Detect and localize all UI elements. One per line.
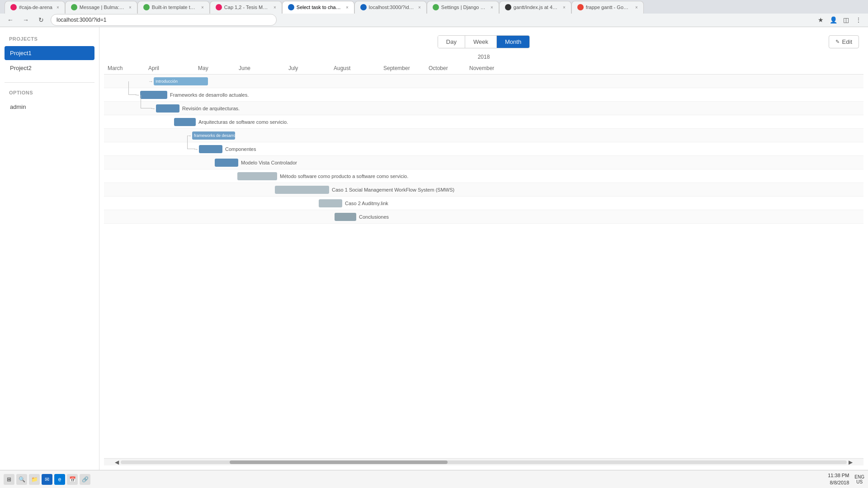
task-bar-9[interactable] xyxy=(319,199,342,207)
tab-7[interactable]: gantt/index.js at 4b118...× xyxy=(499,1,571,14)
week-view-button[interactable]: Week xyxy=(465,36,497,48)
scroll-left-arrow[interactable]: ◀ xyxy=(113,459,121,465)
extensions-icon[interactable]: ◫ xyxy=(841,15,851,25)
tab-3[interactable]: Cap 1,2 - Tesis Metodo...× xyxy=(210,1,282,14)
month-april: April xyxy=(145,65,194,71)
tab-label-8: frappe gantt - Google S... xyxy=(586,5,631,10)
task-label-8: Caso 1 Social Management WorkFlow System… xyxy=(332,187,454,192)
tab-label-6: Settings | Django docu... xyxy=(441,5,486,10)
task-label-10: Conclusiones xyxy=(359,214,389,220)
month-august: August xyxy=(330,65,380,71)
tab-close-3[interactable]: × xyxy=(274,5,276,10)
tab-6[interactable]: Settings | Django docu...× xyxy=(427,1,499,14)
month-march: March xyxy=(104,65,145,71)
tab-close-8[interactable]: × xyxy=(635,5,638,10)
task-label-2: Revisión de arquitecturas. xyxy=(182,106,240,111)
tab-4[interactable]: Select task to change |× xyxy=(282,1,354,14)
tab-5[interactable]: localhost:3000/?id=1× xyxy=(354,1,427,14)
tab-close-0[interactable]: × xyxy=(57,5,59,10)
start-button[interactable]: ⊞ xyxy=(4,474,14,485)
tab-label-0: #caja-de-arena xyxy=(19,5,52,10)
table-row[interactable]: →frameworks de desarrollo xyxy=(104,129,863,142)
windows-taskbar: ⊞ 🔍 📁 ✉ e 📅 🔗 11:38 PM 8/8/2018 ENG US xyxy=(0,470,868,488)
table-row[interactable]: Conclusiones xyxy=(104,210,863,224)
menu-icon[interactable]: ⋮ xyxy=(854,15,863,25)
month-november: November xyxy=(466,65,493,71)
search-taskbar[interactable]: 🔍 xyxy=(16,474,27,485)
reload-button[interactable]: ↻ xyxy=(35,14,47,26)
task-bar-5[interactable] xyxy=(199,145,222,153)
task-bar-4[interactable]: frameworks de desarrollo xyxy=(192,131,235,140)
table-row[interactable]: Arquitecturas de software como servicio. xyxy=(104,115,863,129)
browser-chrome: #caja-de-arena×Message | Bulma: a mo...×… xyxy=(0,0,868,27)
task-bar-8[interactable] xyxy=(275,186,329,194)
back-button[interactable]: ← xyxy=(5,14,16,26)
tab-close-6[interactable]: × xyxy=(491,5,493,10)
table-row[interactable]: Método software como producto a software… xyxy=(104,169,863,183)
tab-label-7: gantt/index.js at 4b118... xyxy=(514,5,559,10)
task-bar-6[interactable] xyxy=(215,159,238,167)
tab-8[interactable]: frappe gantt - Google S...× xyxy=(571,1,644,14)
app-container: PROJECTS Project1 Project2 OPTIONS admin… xyxy=(0,27,868,470)
gantt-scrollbar[interactable]: ◀ ▶ xyxy=(104,458,863,465)
tab-close-5[interactable]: × xyxy=(418,5,421,10)
tab-favicon-4 xyxy=(288,4,294,10)
table-row[interactable]: →Introducción xyxy=(104,75,863,88)
table-row[interactable]: →Componentes xyxy=(104,142,863,156)
gantt-body[interactable]: →Introducción→Frameworks de desarrollo a… xyxy=(104,75,863,458)
edit-icon: ✎ xyxy=(835,39,840,45)
link-icon[interactable]: 🔗 xyxy=(80,474,90,485)
scroll-thumb[interactable] xyxy=(230,460,448,464)
sidebar-item-project1[interactable]: Project1 xyxy=(5,46,94,60)
scroll-right-arrow[interactable]: ▶ xyxy=(847,459,854,465)
clock: 11:38 PM 8/8/2018 xyxy=(828,472,849,486)
tab-favicon-3 xyxy=(216,4,222,10)
table-row[interactable]: →Frameworks de desarrollo actuales. xyxy=(104,88,863,102)
file-explorer[interactable]: 📁 xyxy=(29,474,40,485)
scroll-track[interactable] xyxy=(121,460,847,464)
connector-line xyxy=(128,81,137,95)
url-bar[interactable]: localhost:3000/?id=1 xyxy=(51,14,277,26)
month-view-button[interactable]: Month xyxy=(497,36,529,48)
tab-close-7[interactable]: × xyxy=(563,5,566,10)
tab-2[interactable]: Built-in template tags a...× xyxy=(137,1,210,14)
tab-close-1[interactable]: × xyxy=(129,5,132,10)
tab-0[interactable]: #caja-de-arena× xyxy=(5,1,65,14)
view-btn-group: Day Week Month xyxy=(438,35,530,48)
bookmark-icon[interactable]: ★ xyxy=(816,15,826,25)
tab-favicon-1 xyxy=(71,4,77,10)
task-bar-3[interactable] xyxy=(174,118,196,126)
calendar-icon[interactable]: 📅 xyxy=(67,474,78,485)
task-bar-2[interactable] xyxy=(156,104,179,113)
table-row[interactable]: Caso 2 Auditmy.link xyxy=(104,197,863,210)
mail-icon[interactable]: ✉ xyxy=(42,474,52,485)
tab-favicon-5 xyxy=(360,4,367,10)
table-row[interactable]: Caso 1 Social Management WorkFlow System… xyxy=(104,183,863,197)
view-controls: Day Week Month ✎ Edit xyxy=(99,32,868,52)
address-bar: ← → ↻ localhost:3000/?id=1 ★ 👤 ◫ ⋮ xyxy=(0,14,868,27)
day-view-button[interactable]: Day xyxy=(438,36,465,48)
tab-favicon-7 xyxy=(505,4,511,10)
profile-icon[interactable]: 👤 xyxy=(828,15,838,25)
forward-button[interactable]: → xyxy=(20,14,32,26)
tab-close-4[interactable]: × xyxy=(346,5,349,10)
main-content: Day Week Month ✎ Edit 2018 MarchAprilMay… xyxy=(99,27,868,470)
table-row[interactable]: Modelo Vista Controlador xyxy=(104,156,863,169)
tab-1[interactable]: Message | Bulma: a mo...× xyxy=(65,1,137,14)
task-bar-10[interactable] xyxy=(335,213,356,221)
sidebar-admin[interactable]: admin xyxy=(5,100,94,114)
tab-close-2[interactable]: × xyxy=(201,5,204,10)
task-bar-7[interactable] xyxy=(237,172,277,180)
task-bar-0[interactable]: Introducción xyxy=(154,77,208,85)
connector-line xyxy=(187,136,195,149)
task-bar-label-0: Introducción xyxy=(156,79,178,84)
edge-icon[interactable]: e xyxy=(54,474,65,485)
month-october: October xyxy=(425,65,466,71)
task-label-9: Caso 2 Auditmy.link xyxy=(345,201,388,206)
connector-line xyxy=(141,95,152,108)
table-row[interactable]: →Revisión de arquitecturas. xyxy=(104,102,863,115)
task-label-6: Modelo Vista Controlador xyxy=(241,160,297,165)
tab-label-4: Select task to change | xyxy=(297,5,342,10)
sidebar-item-project2[interactable]: Project2 xyxy=(5,61,94,75)
edit-button[interactable]: ✎ Edit xyxy=(829,35,859,48)
